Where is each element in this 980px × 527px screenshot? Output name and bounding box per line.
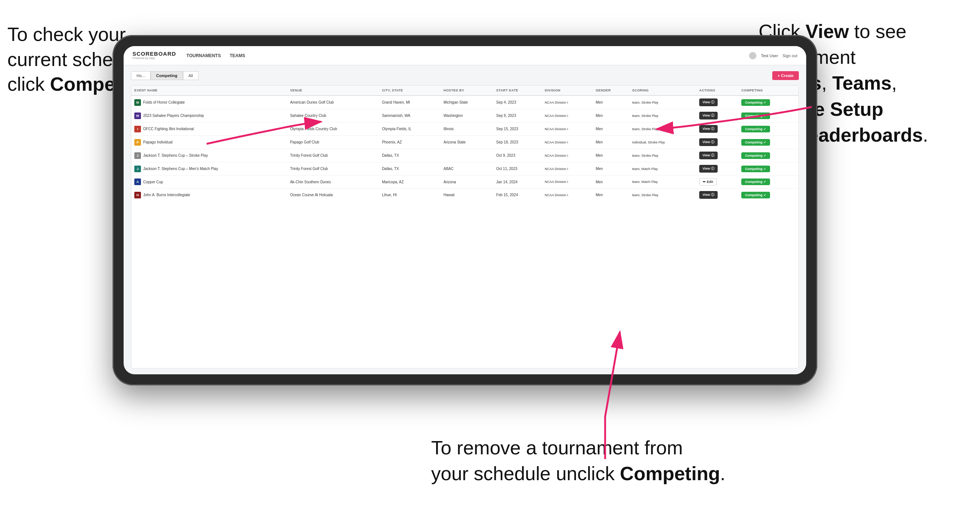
cell-event-name: W 2023 Sahalee Players Championship xyxy=(131,109,287,122)
cell-start-date: Oct 11, 2023 xyxy=(493,162,542,176)
cell-city-state: Grand Haven, MI xyxy=(379,95,441,109)
event-name-text: John A. Burns Intercollegiate xyxy=(143,193,190,197)
nav-user-name: Test User xyxy=(761,54,778,58)
table-row: J Jackson T. Stephens Cup – Stroke Play … xyxy=(131,149,799,162)
cell-city-state: Sammamish, WA xyxy=(379,109,441,122)
tab-all[interactable]: All xyxy=(183,71,199,80)
col-competing: COMPETING xyxy=(738,86,799,95)
cell-city-state: Phoenix, AZ xyxy=(379,136,441,149)
cell-event-name: J Jackson T. Stephens Cup – Stroke Play xyxy=(131,149,287,162)
view-button[interactable]: View ⓘ xyxy=(699,112,718,119)
team-logo: P xyxy=(134,139,141,146)
competing-button[interactable]: Competing ✓ xyxy=(741,113,770,119)
tablet-screen: SCOREBOARD Powered by clipp TOURNAMENTS … xyxy=(124,46,806,374)
competing-button[interactable]: Competing ✓ xyxy=(741,152,770,159)
cell-venue: Sahalee Country Club xyxy=(287,109,379,122)
annotation-bottom-line2: your schedule unclick xyxy=(431,463,620,484)
tablet-outer: SCOREBOARD Powered by clipp TOURNAMENTS … xyxy=(113,35,817,386)
annotation-line3: click xyxy=(7,73,50,95)
competing-button[interactable]: Competing ✓ xyxy=(741,139,770,146)
create-button[interactable]: + Create xyxy=(772,71,799,80)
cell-division: NCAA Division I xyxy=(542,162,593,176)
nav-sign-out[interactable]: Sign out xyxy=(783,54,797,58)
table-row: J Jackson T. Stephens Cup – Men's Match … xyxy=(131,162,799,176)
cell-scoring: team, Match Play xyxy=(629,162,696,176)
col-start-date: START DATE xyxy=(493,86,542,95)
col-division: DIVISION xyxy=(542,86,593,95)
cell-hosted-by: Hawaii xyxy=(441,189,493,202)
tablet: SCOREBOARD Powered by clipp TOURNAMENTS … xyxy=(113,35,817,386)
cell-actions: View ⓘ xyxy=(696,149,738,162)
cell-division: NCAA Division I xyxy=(542,149,593,162)
view-button[interactable]: View ⓘ xyxy=(699,125,718,133)
cell-scoring: team, Stroke Play xyxy=(629,122,696,136)
nav-right: Test User Sign out xyxy=(749,52,797,59)
view-button[interactable]: View ⓘ xyxy=(699,98,718,106)
event-name-text: OFCC Fighting Illini Invitational xyxy=(143,127,194,131)
cell-event-name: I OFCC Fighting Illini Invitational xyxy=(131,122,287,136)
table-wrap: EVENT NAME VENUE CITY, STATE HOSTED BY S… xyxy=(131,85,799,368)
cell-gender: Men xyxy=(593,136,629,149)
view-button[interactable]: View ⓘ xyxy=(699,138,718,146)
annotation-teams: Teams xyxy=(832,72,891,94)
table-row: I OFCC Fighting Illini Invitational Olym… xyxy=(131,122,799,136)
nav-logo-title: SCOREBOARD xyxy=(132,51,176,56)
cell-start-date: Sep 9, 2023 xyxy=(493,109,542,122)
nav-links: TOURNAMENTS TEAMS xyxy=(186,52,749,60)
competing-button[interactable]: Competing ✓ xyxy=(741,126,770,132)
col-hosted-by: HOSTED BY xyxy=(441,86,493,95)
nav-bar: SCOREBOARD Powered by clipp TOURNAMENTS … xyxy=(124,46,806,65)
cell-event-name: M Folds of Honor Collegiate xyxy=(131,95,287,109)
cell-city-state: Lihue, HI xyxy=(379,189,441,202)
cell-venue: Trinity Forest Golf Club xyxy=(287,149,379,162)
competing-button[interactable]: Competing ✓ xyxy=(741,165,770,172)
cell-gender: Men xyxy=(593,149,629,162)
cell-scoring: individual, Stroke Play xyxy=(629,136,696,149)
nav-logo: SCOREBOARD Powered by clipp xyxy=(132,51,176,60)
event-name-text: Jackson T. Stephens Cup – Stroke Play xyxy=(143,153,208,157)
event-name-text: Papago Individual xyxy=(143,140,173,144)
cell-gender: Men xyxy=(593,162,629,176)
cell-division: NCAA Division I xyxy=(542,176,593,189)
cell-actions: View ⓘ xyxy=(696,162,738,176)
tab-competing[interactable]: Competing xyxy=(151,71,183,80)
cell-event-name: P Papago Individual xyxy=(131,136,287,149)
content-area: Ho... Competing All + Create EVENT NAME … xyxy=(124,65,806,374)
tab-home[interactable]: Ho... xyxy=(131,71,151,80)
view-button[interactable]: View ⓘ xyxy=(699,191,718,199)
team-logo: W xyxy=(134,113,141,119)
annotation-line1: To check your xyxy=(7,24,126,45)
cell-hosted-by: Michigan State xyxy=(441,95,493,109)
nav-logo-sub: Powered by clipp xyxy=(132,56,176,60)
cell-gender: Men xyxy=(593,109,629,122)
cell-scoring: team, Match Play xyxy=(629,176,696,189)
cell-gender: Men xyxy=(593,122,629,136)
event-name-text: Folds of Honor Collegiate xyxy=(143,100,185,104)
col-actions: ACTIONS xyxy=(696,86,738,95)
cell-gender: Men xyxy=(593,189,629,202)
cell-hosted-by xyxy=(441,149,493,162)
team-logo: J xyxy=(134,152,141,159)
cell-competing: Competing ✓ xyxy=(738,189,799,202)
view-button[interactable]: View ⓘ xyxy=(699,152,718,159)
edit-button[interactable]: ✏ Edit xyxy=(699,178,717,186)
event-name-text: 2023 Sahalee Players Championship xyxy=(143,114,204,117)
nav-link-tournaments[interactable]: TOURNAMENTS xyxy=(186,52,221,60)
cell-scoring: team, Stroke Play xyxy=(629,109,696,122)
competing-button[interactable]: Competing ✓ xyxy=(741,178,770,185)
annotation-bottom: To remove a tournament from your schedul… xyxy=(431,435,725,486)
cell-actions: View ⓘ xyxy=(696,136,738,149)
competing-button[interactable]: Competing ✓ xyxy=(741,99,770,106)
view-button[interactable]: View ⓘ xyxy=(699,165,718,173)
cell-competing: Competing ✓ xyxy=(738,162,799,176)
cell-venue: American Dunes Golf Club xyxy=(287,95,379,109)
table-row: W 2023 Sahalee Players Championship Saha… xyxy=(131,109,799,122)
table-header-row: EVENT NAME VENUE CITY, STATE HOSTED BY S… xyxy=(131,86,799,95)
cell-start-date: Sep 15, 2023 xyxy=(493,122,542,136)
tab-bar-right: + Create xyxy=(772,71,799,80)
nav-link-teams[interactable]: TEAMS xyxy=(229,52,245,60)
tournaments-table: EVENT NAME VENUE CITY, STATE HOSTED BY S… xyxy=(131,86,799,202)
cell-actions: ✏ Edit xyxy=(696,176,738,189)
competing-button[interactable]: Competing ✓ xyxy=(741,192,770,198)
cell-scoring: team, Stroke Play xyxy=(629,189,696,202)
